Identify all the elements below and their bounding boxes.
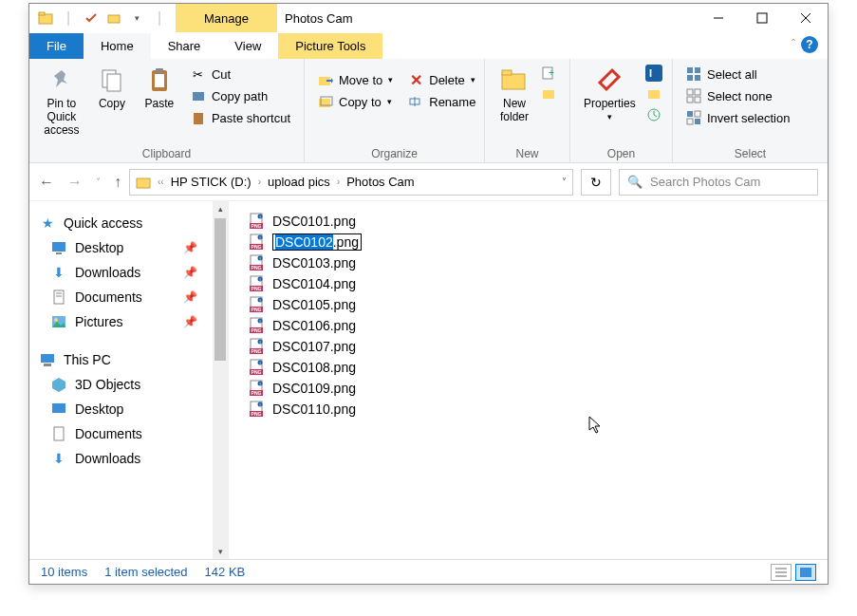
tab-home[interactable]: Home <box>84 33 151 59</box>
copy-path-button[interactable]: Copy path <box>187 86 294 105</box>
chevron-right-icon[interactable]: › <box>334 177 343 187</box>
file-item[interactable]: IPNGDSC0107.png <box>248 336 809 357</box>
up-button[interactable]: ↑ <box>114 174 121 191</box>
pin-to-quick-access-button[interactable]: Pin to Quick access <box>35 61 88 145</box>
checkmark-icon[interactable] <box>81 8 102 28</box>
thumbnails-view-button[interactable] <box>795 564 816 581</box>
help-icon[interactable]: ? <box>801 36 818 53</box>
paste-button[interactable]: Paste <box>136 61 183 145</box>
file-list[interactable]: IPNGDSC0101.pngIPNGDSC0102.pngIPNGDSC010… <box>229 201 828 559</box>
file-item[interactable]: IPNGDSC0110.png <box>248 399 809 420</box>
file-item[interactable]: IPNGDSC0109.png <box>248 378 809 399</box>
forward-button[interactable]: → <box>67 174 83 191</box>
sidebar-scrollbar[interactable]: ▴ ▾ <box>213 201 228 559</box>
breadcrumb-item-2[interactable]: Photos Cam <box>346 175 415 189</box>
cube-icon <box>50 376 67 393</box>
paste-shortcut-button[interactable]: Paste shortcut <box>187 108 294 127</box>
svg-rect-40 <box>137 178 150 188</box>
file-item[interactable]: IPNGDSC0104.png <box>248 273 809 294</box>
drive-icon <box>136 175 151 190</box>
tab-picture-tools[interactable]: Picture Tools <box>278 33 382 59</box>
sidebar-this-pc[interactable]: This PC <box>29 347 228 372</box>
file-item[interactable]: IPNGDSC0103.png <box>248 252 809 273</box>
sidebar-downloads[interactable]: ⬇Downloads📌 <box>29 260 228 285</box>
maximize-button[interactable] <box>740 4 784 32</box>
sidebar-pc-downloads[interactable]: ⬇Downloads <box>29 446 228 471</box>
edit-icon[interactable] <box>645 85 662 103</box>
svg-text:I: I <box>259 361 260 365</box>
status-bar: 10 items 1 item selected 142 KB <box>29 559 828 584</box>
file-item[interactable]: IPNGDSC0105.png <box>248 294 809 315</box>
svg-text:PNG: PNG <box>252 244 262 250</box>
rename-button[interactable]: Rename <box>404 92 479 111</box>
easy-access-icon[interactable] <box>540 85 557 103</box>
sidebar-pictures[interactable]: Pictures📌 <box>29 309 228 334</box>
pin-icon <box>47 65 77 95</box>
select-all-button[interactable]: Select all <box>682 65 793 84</box>
scroll-down-icon[interactable]: ▾ <box>213 544 228 559</box>
minimize-button[interactable] <box>697 4 740 32</box>
scissors-icon: ✂ <box>191 66 206 82</box>
tab-share[interactable]: Share <box>151 33 218 59</box>
search-input[interactable]: 🔍 Search Photos Cam <box>619 169 818 196</box>
select-none-icon <box>686 88 701 103</box>
svg-rect-26 <box>648 90 660 99</box>
move-to-button[interactable]: Move to▾ <box>314 70 397 89</box>
invert-selection-button[interactable]: Invert selection <box>682 108 793 127</box>
paste-shortcut-icon <box>191 110 206 125</box>
new-folder-button[interactable]: New folder <box>491 61 538 145</box>
sidebar-desktop[interactable]: Desktop📌 <box>29 235 228 260</box>
back-button[interactable]: ← <box>39 174 54 191</box>
tab-file[interactable]: File <box>29 33 84 59</box>
scrollbar-thumb[interactable] <box>214 218 226 361</box>
file-item[interactable]: IPNGDSC0108.png <box>248 357 809 378</box>
history-icon[interactable] <box>645 106 662 123</box>
delete-button[interactable]: ✕Delete▾ <box>404 70 479 89</box>
file-name[interactable]: DSC0102.png <box>272 233 362 251</box>
svg-rect-50 <box>52 403 65 413</box>
collapse-ribbon-icon[interactable]: ˆ <box>792 38 795 51</box>
svg-rect-42 <box>56 252 62 254</box>
svg-rect-39 <box>695 119 700 124</box>
file-item[interactable]: IPNGDSC0101.png <box>248 211 809 232</box>
copy-button[interactable]: Copy <box>88 61 136 145</box>
sidebar-pc-desktop[interactable]: Desktop <box>29 397 228 421</box>
properties-button[interactable]: Properties▾ <box>576 61 643 145</box>
png-file-icon: IPNG <box>248 317 265 334</box>
pictures-icon <box>50 313 67 330</box>
png-file-icon: IPNG <box>248 275 265 292</box>
chevron-right-icon[interactable]: › <box>255 177 264 187</box>
new-item-icon[interactable]: + <box>540 65 557 82</box>
folder-small-icon[interactable] <box>103 8 124 28</box>
svg-text:I: I <box>259 256 260 261</box>
desktop-icon <box>50 401 67 418</box>
address-bar[interactable]: ‹‹ HP STICK (D:) › upload pics › Photos … <box>129 169 573 196</box>
breadcrumb-item-0[interactable]: HP STICK (D:) <box>171 175 252 189</box>
select-none-button[interactable]: Select none <box>682 86 793 105</box>
details-view-button[interactable] <box>771 564 792 581</box>
manage-context-tab[interactable]: Manage <box>176 4 277 32</box>
png-file-icon: IPNG <box>248 380 265 397</box>
svg-rect-8 <box>107 74 121 91</box>
refresh-button[interactable]: ↻ <box>581 169 611 196</box>
close-button[interactable] <box>784 4 828 32</box>
svg-text:I: I <box>259 319 260 324</box>
scroll-up-icon[interactable]: ▴ <box>213 201 228 216</box>
sidebar-pc-documents[interactable]: Documents <box>29 421 228 446</box>
recent-locations-icon[interactable]: ˅ <box>96 177 101 187</box>
chevron-right-icon[interactable]: ‹‹ <box>155 177 167 187</box>
paste-icon <box>144 65 175 95</box>
sidebar-documents[interactable]: Documents📌 <box>29 285 228 309</box>
address-dropdown-icon[interactable]: ˅ <box>562 177 567 187</box>
file-item[interactable]: IPNGDSC0102.png <box>248 232 809 252</box>
copy-to-button[interactable]: Copy to▾ <box>314 92 397 111</box>
file-item[interactable]: IPNGDSC0106.png <box>248 315 809 336</box>
qat-dropdown-icon[interactable]: ▾ <box>126 8 147 28</box>
open-with-icon[interactable]: I <box>645 65 662 82</box>
sidebar-3d-objects[interactable]: 3D Objects <box>29 372 228 397</box>
cut-button[interactable]: ✂Cut <box>187 65 294 84</box>
tab-view[interactable]: View <box>217 33 278 59</box>
breadcrumb-item-1[interactable]: upload pics <box>268 175 330 189</box>
svg-rect-32 <box>687 89 693 95</box>
sidebar-quick-access[interactable]: ★ Quick access <box>29 211 228 235</box>
